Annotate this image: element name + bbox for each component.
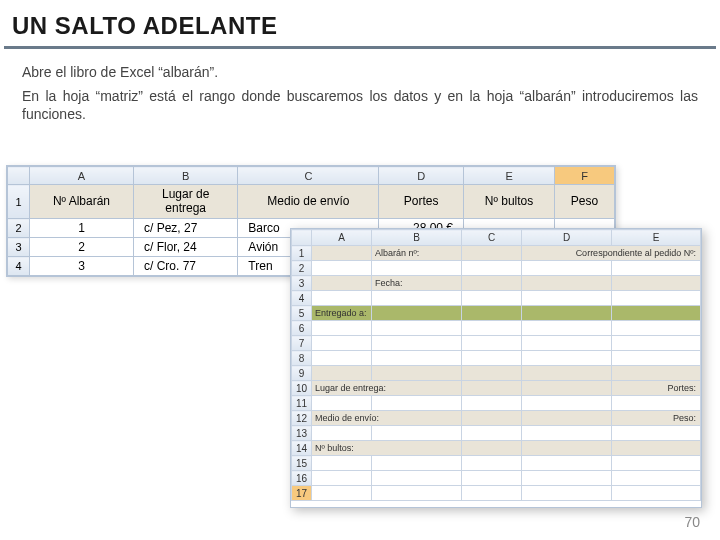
row-header-4[interactable]: 4 [8, 257, 30, 276]
cell-entregado[interactable]: Entregado a: [312, 306, 372, 321]
bot-row-1[interactable]: 1 [292, 246, 312, 261]
bot-row-17[interactable]: 17 [292, 486, 312, 501]
bot-row-3[interactable]: 3 [292, 276, 312, 291]
col-header-b[interactable]: B [133, 167, 237, 185]
cell-c1[interactable]: Medio de envío [238, 185, 379, 219]
cell-f1[interactable]: Peso [555, 185, 615, 219]
col-header-c[interactable]: C [238, 167, 379, 185]
bot-row-10[interactable]: 10 [292, 381, 312, 396]
cell-peso[interactable]: Peso: [612, 411, 701, 426]
cell-medio-envio[interactable]: Medio de envío: [312, 411, 462, 426]
bot-row-6[interactable]: 6 [292, 321, 312, 336]
para-1: Abre el libro de Excel “albarán”. [0, 63, 720, 81]
col-header-e[interactable]: E [464, 167, 555, 185]
cell-b2[interactable]: c/ Pez, 27 [133, 219, 237, 238]
row-header-2[interactable]: 2 [8, 219, 30, 238]
cell-a2[interactable]: 1 [30, 219, 134, 238]
bot-col-d[interactable]: D [522, 230, 612, 246]
bot-row-15[interactable]: 15 [292, 456, 312, 471]
page-title: UN SALTO ADELANTE [4, 0, 716, 49]
cell-a4[interactable]: 3 [30, 257, 134, 276]
bot-row-13[interactable]: 13 [292, 426, 312, 441]
cell-pedido-num[interactable]: Correspondiente al pedido Nº: [522, 246, 701, 261]
row-header-3[interactable]: 3 [8, 238, 30, 257]
bot-row-4[interactable]: 4 [292, 291, 312, 306]
cell-b1[interactable]: Lugar de entrega [133, 185, 237, 219]
bot-row-9[interactable]: 9 [292, 366, 312, 381]
bot-col-c[interactable]: C [462, 230, 522, 246]
col-header-d[interactable]: D [379, 167, 464, 185]
col-header-f[interactable]: F [555, 167, 615, 185]
bot-row-8[interactable]: 8 [292, 351, 312, 366]
bot-row-16[interactable]: 16 [292, 471, 312, 486]
select-all-corner[interactable] [8, 167, 30, 185]
bot-row-14[interactable]: 14 [292, 441, 312, 456]
bot-row-5[interactable]: 5 [292, 306, 312, 321]
bot-row-2[interactable]: 2 [292, 261, 312, 276]
cell-b3[interactable]: c/ Flor, 24 [133, 238, 237, 257]
bot-select-all-corner[interactable] [292, 230, 312, 246]
bot-col-a[interactable]: A [312, 230, 372, 246]
cell-albaran-num[interactable]: Albarán nº: [372, 246, 462, 261]
bot-row-7[interactable]: 7 [292, 336, 312, 351]
cell-d1[interactable]: Portes [379, 185, 464, 219]
spreadsheet-albaran: A B C D E 1Albarán nº:Correspondiente al… [290, 228, 702, 508]
cell-a1[interactable]: Nº Albarán [30, 185, 134, 219]
col-header-a[interactable]: A [30, 167, 134, 185]
bot-row-11[interactable]: 11 [292, 396, 312, 411]
cell-e1[interactable]: Nº bultos [464, 185, 555, 219]
row-header-1[interactable]: 1 [8, 185, 30, 219]
bot-col-b[interactable]: B [372, 230, 462, 246]
cell-portes[interactable]: Portes: [612, 381, 701, 396]
para-2: En la hoja “matriz” está el rango donde … [0, 87, 720, 123]
cell-fecha[interactable]: Fecha: [372, 276, 462, 291]
page-number: 70 [684, 514, 700, 530]
cell-b4[interactable]: c/ Cro. 77 [133, 257, 237, 276]
cell-lugar-entrega[interactable]: Lugar de entrega: [312, 381, 462, 396]
bot-row-12[interactable]: 12 [292, 411, 312, 426]
cell-a3[interactable]: 2 [30, 238, 134, 257]
cell-num-bultos[interactable]: Nº bultos: [312, 441, 462, 456]
bot-col-e[interactable]: E [612, 230, 701, 246]
